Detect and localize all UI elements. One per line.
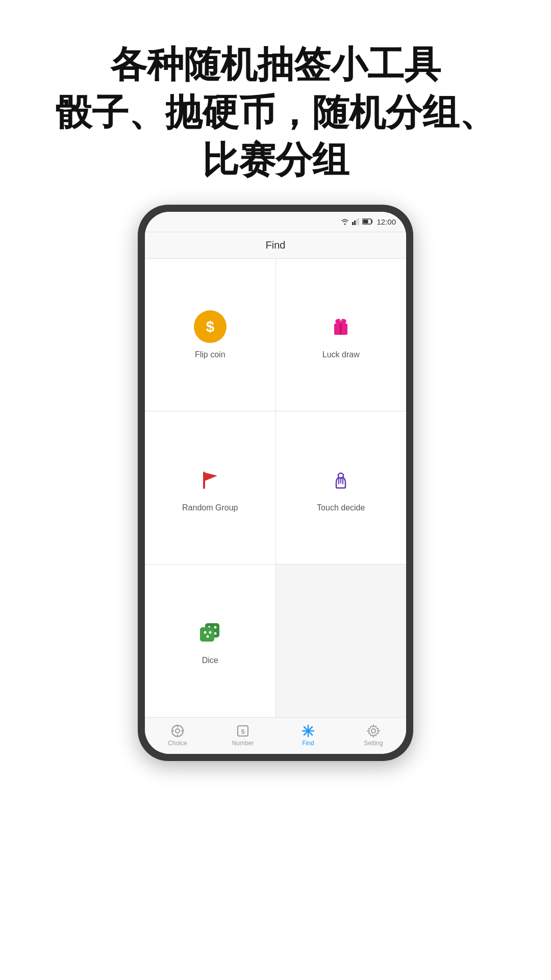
main-grid: $ Flip coin — [145, 259, 406, 717]
status-icons: 12:00 — [341, 217, 396, 226]
svg-rect-0 — [352, 222, 354, 225]
svg-point-27 — [176, 729, 180, 733]
dice-item[interactable]: Dice — [145, 565, 276, 717]
svg-point-25 — [206, 635, 209, 638]
nav-choice[interactable]: Choice — [145, 724, 210, 747]
nav-setting-label: Setting — [364, 740, 383, 747]
luck-draw-item[interactable]: Luck draw — [276, 259, 407, 411]
flip-coin-item[interactable]: $ Flip coin — [145, 259, 276, 411]
svg-point-24 — [209, 631, 211, 634]
phone-frame: 12:00 Find $ Flip coin — [138, 205, 413, 761]
touch-decide-item[interactable]: Touch decide — [276, 411, 407, 564]
random-group-label: Random Group — [182, 503, 238, 512]
svg-rect-22 — [200, 627, 214, 642]
nav-find[interactable]: Find — [276, 724, 341, 747]
header-section: 各种随机抽签小工具 骰子、抛硬币，随机分组、比赛分组 — [0, 41, 551, 184]
svg-rect-5 — [363, 220, 368, 224]
dice-icon — [194, 616, 227, 649]
wifi-icon — [341, 218, 349, 225]
nav-find-label: Find — [302, 740, 314, 747]
status-time: 12:00 — [377, 217, 396, 226]
svg-point-21 — [214, 632, 216, 635]
svg-rect-12 — [203, 472, 205, 489]
touch-decide-label: Touch decide — [317, 503, 365, 512]
flip-coin-label: Flip coin — [195, 350, 226, 359]
svg-rect-7 — [340, 321, 342, 324]
svg-point-23 — [204, 631, 206, 634]
luck-draw-label: Luck draw — [322, 350, 360, 359]
touch-icon — [324, 463, 357, 496]
svg-text:5: 5 — [241, 728, 244, 736]
svg-rect-11 — [340, 324, 342, 335]
svg-rect-1 — [354, 220, 356, 225]
number-icon: 5 — [236, 724, 249, 738]
svg-point-19 — [214, 626, 216, 629]
gift-icon — [324, 310, 357, 343]
app-bar-title: Find — [266, 239, 286, 251]
nav-choice-label: Choice — [168, 740, 187, 747]
status-bar: 12:00 — [145, 212, 406, 232]
header-title: 各种随机抽签小工具 骰子、抛硬币，随机分组、比赛分组 — [41, 41, 510, 184]
setting-icon — [367, 724, 380, 738]
bottom-nav: Choice 5 Number Find — [145, 717, 406, 754]
svg-rect-2 — [356, 219, 358, 225]
signal-icon — [352, 218, 359, 225]
app-bar: Find — [145, 232, 406, 259]
flag-icon — [194, 463, 227, 496]
svg-rect-3 — [358, 218, 359, 225]
coin-icon: $ — [194, 310, 227, 343]
dice-label: Dice — [202, 656, 218, 665]
phone-inner: 12:00 Find $ Flip coin — [145, 212, 406, 754]
nav-setting[interactable]: Setting — [341, 724, 406, 747]
random-group-item[interactable]: Random Group — [145, 411, 276, 564]
find-icon — [302, 724, 315, 738]
empty-cell — [276, 565, 407, 717]
nav-number-label: Number — [232, 740, 254, 747]
svg-point-38 — [371, 729, 375, 733]
nav-number[interactable]: 5 Number — [210, 724, 276, 747]
battery-icon — [362, 218, 373, 225]
choice-icon — [171, 724, 184, 738]
